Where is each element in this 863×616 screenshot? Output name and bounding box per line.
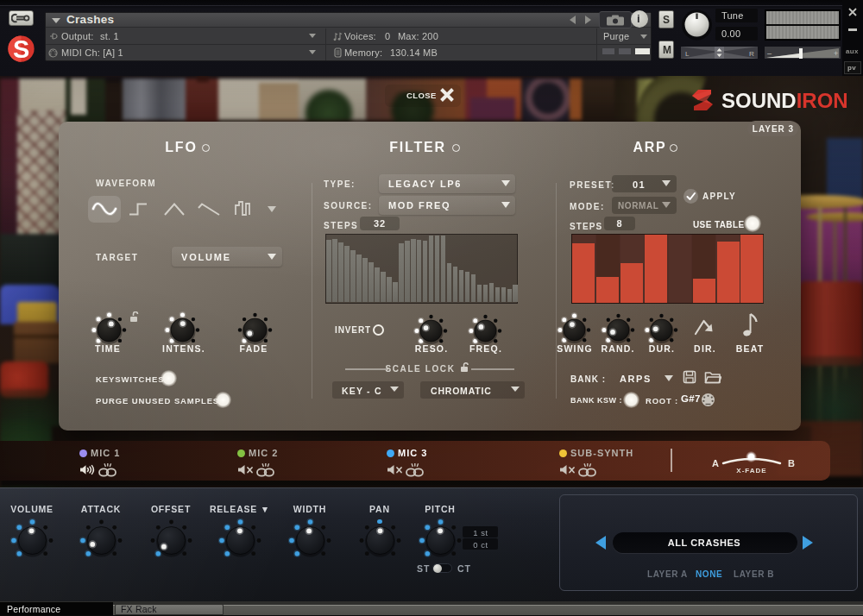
svg-text:R: R [749, 50, 754, 58]
svg-text:S: S [13, 35, 29, 63]
svg-text:L: L [685, 50, 690, 58]
svg-text:–: – [767, 49, 772, 58]
svg-text:+: + [834, 49, 838, 58]
